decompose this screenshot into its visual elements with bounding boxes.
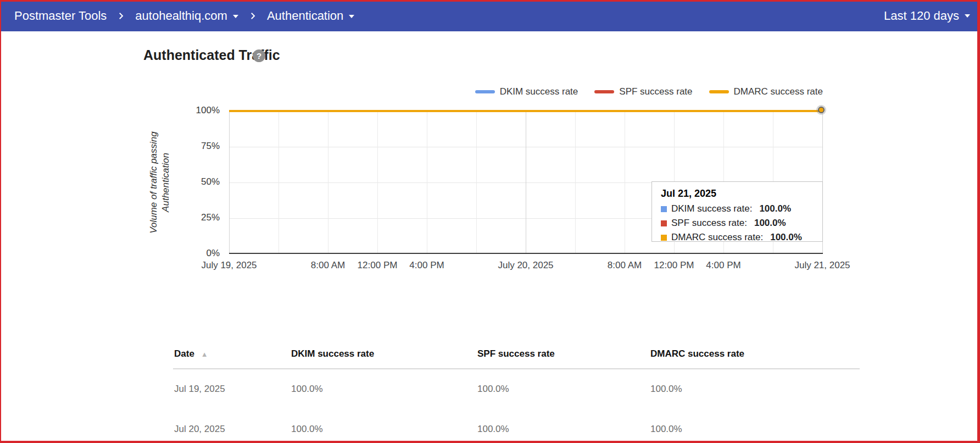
tooltip-series-swatch-icon [661, 206, 667, 212]
y-tick-label: 100% [165, 105, 220, 116]
date-range-selector[interactable]: Last 120 days [884, 9, 970, 23]
caret-down-icon [349, 15, 354, 18]
app-header: Postmaster Tools autohealthiq.com Authen… [0, 0, 980, 31]
tooltip-row-value: 100.0% [759, 203, 791, 214]
legend-item: SPF success rate [594, 86, 692, 97]
table-cell-value: 100.0% [291, 424, 323, 435]
legend-swatch-icon [475, 90, 495, 93]
data-table: Date▲DKIM success rateSPF success rateDM… [173, 339, 860, 438]
chart-tooltip: Jul 21, 2025 DKIM success rate:100.0%SPF… [652, 181, 823, 242]
app-title-link[interactable]: Postmaster Tools [14, 9, 107, 23]
vertical-gridline [526, 111, 526, 254]
tooltip-row: DMARC success rate:100.0% [661, 230, 822, 245]
tooltip-series-swatch-icon [661, 220, 667, 226]
x-tick-label: 8:00 AM [608, 260, 642, 271]
table-cell-value: 100.0% [650, 384, 682, 395]
tooltip-title: Jul 21, 2025 [661, 188, 822, 200]
section-selector-label: Authentication [267, 9, 343, 23]
tooltip-row-label: DMARC success rate: [671, 232, 763, 243]
vertical-gridline [625, 111, 625, 254]
table-column-header[interactable]: SPF success rate [477, 348, 555, 359]
sort-ascending-icon: ▲ [201, 350, 208, 358]
table-cell-value: 100.0% [650, 424, 682, 435]
x-tick-label: July 19, 2025 [201, 260, 257, 271]
y-tick-label: 50% [165, 176, 220, 187]
table-cell-date: Jul 20, 2025 [174, 424, 225, 435]
domain-selector[interactable]: autohealthiq.com [135, 9, 238, 23]
table-cell-value: 100.0% [477, 424, 509, 435]
dmarc-series-line [229, 110, 822, 112]
y-tick-label: 75% [165, 141, 220, 152]
caret-down-icon [233, 15, 238, 18]
vertical-gridline [427, 111, 427, 254]
help-icon[interactable]: ? [253, 49, 265, 62]
vertical-gridline [328, 111, 328, 254]
legend-label: SPF success rate [619, 86, 692, 97]
x-tick-label: 4:00 PM [706, 260, 740, 271]
x-tick-label: 12:00 PM [358, 260, 398, 271]
table-header-divider [173, 368, 860, 369]
x-tick-label: July 20, 2025 [498, 260, 553, 271]
breadcrumb-chevron-icon [248, 11, 258, 21]
vertical-gridline [476, 111, 477, 254]
domain-selector-label: autohealthiq.com [135, 9, 227, 23]
caret-down-icon [965, 14, 970, 18]
highlighted-point-marker [818, 107, 825, 113]
tooltip-row-label: SPF success rate: [671, 218, 747, 229]
vertical-gridline [377, 111, 378, 254]
vertical-gridline [575, 111, 576, 254]
tooltip-rows: DKIM success rate:100.0%SPF success rate… [661, 202, 822, 245]
breadcrumb-chevron-icon [116, 11, 126, 21]
tooltip-series-swatch-icon [661, 235, 667, 241]
legend-item: DKIM success rate [475, 86, 578, 97]
table-column-header[interactable]: Date▲ [174, 348, 208, 359]
tooltip-row-value: 100.0% [754, 218, 786, 229]
tooltip-row: SPF success rate:100.0% [661, 216, 822, 230]
y-axis-title-line1: Volume of traffic passing [148, 131, 160, 234]
legend-swatch-icon [709, 90, 729, 93]
table-cell-date: Jul 19, 2025 [174, 384, 225, 395]
tooltip-row-label: DKIM success rate: [671, 203, 752, 214]
x-tick-label: 4:00 PM [409, 260, 444, 271]
tooltip-row: DKIM success rate:100.0% [661, 202, 822, 216]
vertical-gridline [229, 111, 230, 254]
y-tick-label: 0% [165, 248, 220, 259]
table-cell-value: 100.0% [291, 384, 323, 395]
table-cell-value: 100.0% [477, 384, 509, 395]
x-axis-line [229, 253, 823, 254]
x-tick-label: July 21, 2025 [794, 260, 850, 271]
chart-legend: DKIM success rateSPF success rateDMARC s… [475, 86, 823, 98]
date-range-label: Last 120 days [884, 9, 959, 23]
postmaster-tools-page: Postmaster Tools autohealthiq.com Authen… [0, 0, 980, 443]
legend-label: DMARC success rate [734, 86, 823, 97]
y-tick-label: 25% [165, 212, 220, 223]
legend-label: DKIM success rate [500, 86, 578, 97]
legend-swatch-icon [594, 90, 614, 93]
x-tick-label: 8:00 AM [311, 260, 345, 271]
tooltip-row-value: 100.0% [770, 232, 802, 243]
table-column-header[interactable]: DMARC success rate [650, 348, 744, 359]
vertical-gridline [279, 111, 279, 254]
x-tick-label: 12:00 PM [654, 260, 694, 271]
breadcrumb: Postmaster Tools autohealthiq.com Authen… [14, 9, 354, 23]
legend-item: DMARC success rate [709, 86, 823, 97]
section-selector[interactable]: Authentication [267, 9, 354, 23]
table-column-header[interactable]: DKIM success rate [291, 348, 374, 359]
